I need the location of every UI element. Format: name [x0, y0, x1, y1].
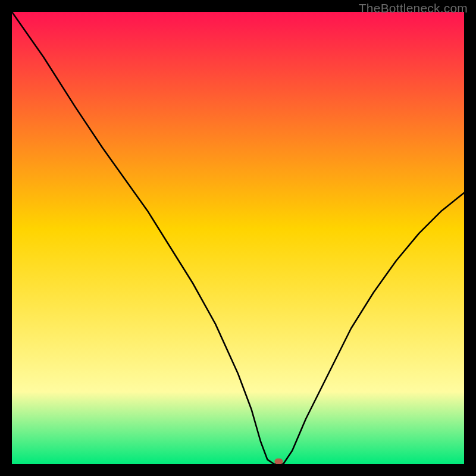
watermark-text: TheBottleneck.com — [359, 1, 468, 15]
chart-svg — [12, 12, 464, 464]
gradient-background — [12, 12, 464, 464]
chart-frame: TheBottleneck.com — [0, 0, 476, 476]
plot-area — [12, 12, 464, 464]
optimal-point-marker — [274, 458, 283, 464]
